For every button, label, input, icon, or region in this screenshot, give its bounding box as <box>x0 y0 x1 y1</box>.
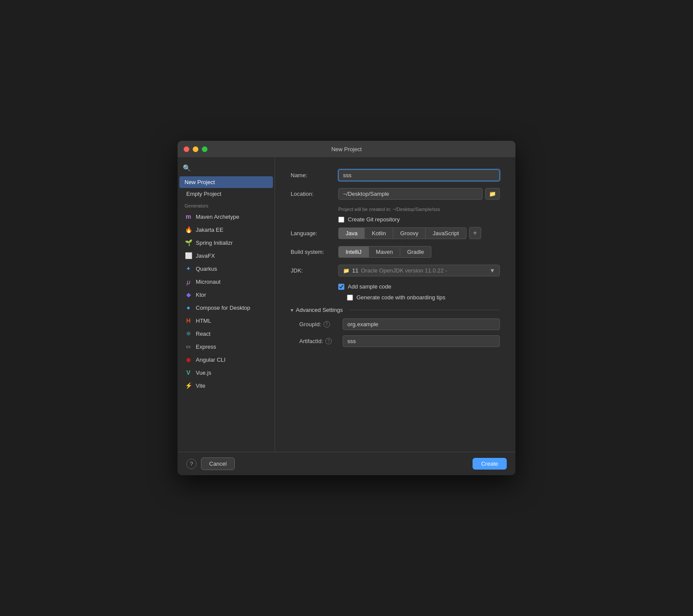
name-field-row: Name: <box>291 169 500 181</box>
jdk-chevron-icon: ▼ <box>489 267 495 274</box>
location-field-row: Location: 📁 <box>291 188 500 200</box>
spring-label: Spring Initializr <box>196 240 233 246</box>
jdk-folder-icon: 📁 <box>343 268 350 274</box>
quarkus-icon: ✦ <box>185 265 192 272</box>
sidebar-item-empty-project[interactable]: Empty Project <box>179 188 273 200</box>
groupid-input[interactable] <box>343 318 500 330</box>
sidebar-item-ktor[interactable]: ◆ Ktor <box>179 288 273 301</box>
groupid-field-row: GroupId: ? <box>299 318 500 330</box>
jdk-dropdown[interactable]: 📁 11 Oracle OpenJDK version 11.0.22 - ▼ <box>338 265 500 276</box>
main-panel: Name: Location: 📁 Project will be create… <box>275 157 515 452</box>
vue-label: Vue.js <box>196 370 211 376</box>
ktor-label: Ktor <box>196 292 206 298</box>
sidebar-item-quarkus[interactable]: ✦ Quarkus <box>179 262 273 275</box>
build-system-label: Build system: <box>291 249 338 255</box>
groupid-label: GroupId: ? <box>299 321 343 327</box>
create-button[interactable]: Create <box>473 458 507 470</box>
search-bar[interactable]: 🔍 <box>178 162 275 176</box>
git-checkbox-label: Create Git repository <box>348 216 400 223</box>
titlebar: New Project <box>178 141 515 157</box>
react-icon: ⚛ <box>185 330 192 337</box>
maven-icon: m <box>185 213 192 220</box>
new-project-window: New Project 🔍 New Project Empty Project … <box>178 141 515 475</box>
folder-browse-button[interactable]: 📁 <box>485 188 500 200</box>
spring-icon: 🌱 <box>185 239 192 246</box>
sidebar-item-vuejs[interactable]: V Vue.js <box>179 366 273 379</box>
ktor-icon: ◆ <box>185 291 192 298</box>
location-wrap: 📁 <box>338 188 500 200</box>
compose-label: Compose for Desktop <box>196 305 250 311</box>
language-label: Language: <box>291 230 338 237</box>
advanced-chevron-icon: ▾ <box>291 307 293 313</box>
javafx-icon: ⬜ <box>185 252 192 259</box>
footer-left: ? Cancel <box>186 457 235 470</box>
add-language-button[interactable]: + <box>469 227 481 239</box>
jakarta-ee-label: Jakarta EE <box>196 227 223 233</box>
sidebar-item-maven-archetype[interactable]: m Maven Archetype <box>179 210 273 223</box>
sample-code-label: Add sample code <box>348 283 391 290</box>
content-area: 🔍 New Project Empty Project Generators m… <box>178 157 515 452</box>
advanced-divider <box>350 310 500 310</box>
location-input[interactable] <box>338 188 483 200</box>
onboarding-checkbox[interactable] <box>347 295 353 301</box>
express-icon: ex <box>185 343 192 350</box>
build-intellij-button[interactable]: IntelliJ <box>338 246 369 258</box>
jakarta-icon: 🔥 <box>185 226 192 233</box>
jdk-left: 📁 11 Oracle OpenJDK version 11.0.22 - <box>343 267 447 274</box>
onboarding-row[interactable]: Generate code with onboarding tips <box>347 294 500 301</box>
quarkus-label: Quarkus <box>196 266 217 272</box>
build-maven-button[interactable]: Maven <box>369 246 400 258</box>
vue-icon: V <box>185 369 192 376</box>
artifactid-help-icon[interactable]: ? <box>325 338 332 344</box>
sidebar-item-javafx[interactable]: ⬜ JavaFX <box>179 249 273 262</box>
sidebar-item-react[interactable]: ⚛ React <box>179 327 273 340</box>
micronaut-icon: μ <box>185 278 192 285</box>
search-icon: 🔍 <box>183 164 191 172</box>
sidebar-item-micronaut[interactable]: μ Micronaut <box>179 275 273 288</box>
empty-project-label: Empty Project <box>186 191 221 197</box>
javafx-label: JavaFX <box>196 253 215 259</box>
sidebar-item-jakarta-ee[interactable]: 🔥 Jakarta EE <box>179 223 273 236</box>
groupid-help-icon[interactable]: ? <box>324 321 330 327</box>
sidebar-item-new-project[interactable]: New Project <box>179 176 273 188</box>
close-button[interactable] <box>184 146 189 152</box>
jdk-detail: Oracle OpenJDK version 11.0.22 - <box>361 267 447 274</box>
language-field-row: Language: Java Kotlin Groovy JavaScript … <box>291 227 500 239</box>
maximize-button[interactable] <box>202 146 207 152</box>
sidebar-item-html[interactable]: H HTML <box>179 314 273 327</box>
micronaut-label: Micronaut <box>196 279 220 285</box>
generators-section-label: Generators <box>178 200 275 210</box>
jdk-version: 11 <box>352 267 358 274</box>
language-segment-group: Java Kotlin Groovy JavaScript <box>338 227 466 239</box>
sample-code-row[interactable]: Add sample code <box>338 283 500 290</box>
maven-archetype-label: Maven Archetype <box>196 214 239 220</box>
artifactid-label: ArtifactId: ? <box>299 338 343 344</box>
traffic-lights <box>184 146 207 152</box>
sample-code-checkbox[interactable] <box>338 284 344 290</box>
vite-icon: ⚡ <box>185 382 192 389</box>
help-button[interactable]: ? <box>186 459 197 469</box>
sidebar-item-angular-cli[interactable]: ◉ Angular CLI <box>179 353 273 366</box>
git-checkbox[interactable] <box>338 217 344 223</box>
advanced-settings-toggle[interactable]: ▾ Advanced Settings <box>291 307 500 313</box>
sidebar-item-spring-initializr[interactable]: 🌱 Spring Initializr <box>179 236 273 249</box>
sidebar-item-express[interactable]: ex Express <box>179 340 273 353</box>
git-repo-row[interactable]: Create Git repository <box>338 216 500 223</box>
language-kotlin-button[interactable]: Kotlin <box>365 227 393 239</box>
language-java-button[interactable]: Java <box>338 227 365 239</box>
sidebar-item-compose-desktop[interactable]: ● Compose for Desktop <box>179 301 273 314</box>
window-title: New Project <box>331 146 362 152</box>
build-segment-group: IntelliJ Maven Gradle <box>338 246 431 258</box>
language-javascript-button[interactable]: JavaScript <box>426 227 466 239</box>
name-input[interactable] <box>338 169 500 181</box>
sidebar-item-vite[interactable]: ⚡ Vite <box>179 379 273 392</box>
onboarding-label: Generate code with onboarding tips <box>356 294 445 301</box>
name-label: Name: <box>291 172 338 178</box>
minimize-button[interactable] <box>193 146 198 152</box>
build-gradle-button[interactable]: Gradle <box>400 246 431 258</box>
location-hint: Project will be created in: ~/Desktop/Sa… <box>338 207 500 212</box>
artifactid-input[interactable] <box>343 335 500 347</box>
cancel-button[interactable]: Cancel <box>201 457 235 470</box>
language-groovy-button[interactable]: Groovy <box>393 227 426 239</box>
react-label: React <box>196 331 210 337</box>
